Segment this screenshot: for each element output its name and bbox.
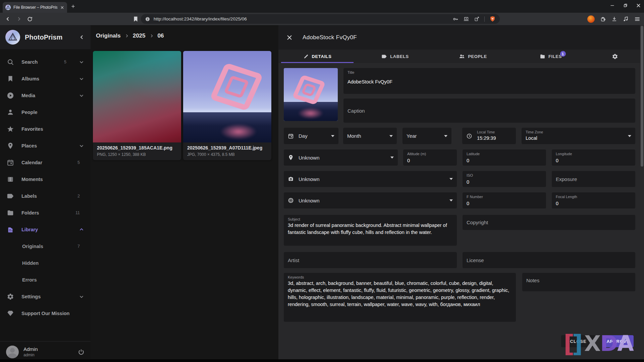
latitude-field[interactable]: Latitude 0 (463, 149, 546, 166)
site-info-icon[interactable] (145, 16, 150, 22)
sidebar-item-hidden[interactable]: Hidden (0, 255, 91, 272)
exposure-field[interactable]: Exposure (552, 171, 635, 187)
title-field[interactable]: Title AdobeStock FvQy0F (343, 68, 635, 94)
file-card[interactable]: 20250626_152939_A07D111E.jpeg JPG, 7000 … (183, 51, 271, 160)
keywords-field[interactable]: Keywords 3d, abstract, arch, background,… (284, 273, 516, 322)
clock-icon (466, 133, 472, 139)
sidebar-item-label: Hidden (22, 260, 85, 266)
sidebar-item-calendar[interactable]: Calendar 5 (0, 154, 91, 171)
caret-down-icon (449, 178, 453, 180)
caret-down-icon (444, 135, 447, 137)
profile-avatar-icon[interactable] (587, 15, 595, 23)
sidebar-item-places[interactable]: Places (0, 137, 91, 154)
subject-field[interactable]: Subject 3d render of surreal panoramic b… (284, 215, 457, 246)
breadcrumb-2025[interactable]: 2025 (133, 33, 146, 39)
menu-hamburger-icon[interactable] (634, 16, 641, 22)
breadcrumb-06[interactable]: 06 (158, 33, 164, 39)
sidebar-item-folders[interactable]: Folders 11 (0, 204, 91, 221)
close-window-icon[interactable] (636, 3, 641, 8)
field-label: Latitude (467, 152, 542, 156)
copyright-field[interactable]: Copyright (463, 215, 635, 230)
dialog-close-icon[interactable] (286, 34, 293, 41)
forward-icon[interactable] (16, 16, 22, 22)
month-select[interactable]: Month (343, 128, 397, 144)
chevron-down-icon (78, 59, 85, 65)
tab-close-icon[interactable] (60, 5, 64, 10)
sidebar-item-search[interactable]: Search 5 (0, 54, 91, 70)
sidebar-item-labels[interactable]: Labels 2 (0, 188, 91, 204)
sidebar-collapse-icon[interactable] (78, 34, 85, 41)
brave-shield-icon[interactable] (489, 16, 496, 22)
sidebar-item-label: Places (21, 143, 59, 148)
new-tab-icon[interactable] (70, 4, 76, 9)
focal-length-field[interactable]: Focal Length 0 (552, 192, 635, 208)
file-thumbnail-cube[interactable] (183, 51, 271, 142)
tab-files[interactable]: FILES 1 (512, 50, 590, 63)
sidebar-item-errors[interactable]: Errors (0, 272, 91, 288)
sidebar-item-albums[interactable]: Albums (0, 70, 91, 87)
install-app-icon[interactable] (463, 16, 469, 22)
url-text[interactable]: http://localhost:2342/library/index/file… (154, 16, 449, 21)
downloads-icon[interactable] (611, 16, 618, 22)
scrollbar[interactable] (640, 25, 644, 359)
field-value: 0 (467, 179, 542, 186)
file-card[interactable]: 20250626_152939_185ACA1E.png PNG, 1250 ×… (93, 51, 181, 160)
password-key-icon[interactable] (452, 16, 459, 22)
altitude-field[interactable]: Altitude (m) 0 (403, 149, 457, 166)
reload-icon[interactable] (27, 16, 33, 22)
location-select[interactable]: Unknown (284, 149, 398, 166)
user-row[interactable]: Admin admin (0, 344, 91, 359)
scrollbar-thumb[interactable] (641, 26, 643, 167)
notes-field[interactable]: Notes (522, 273, 635, 291)
back-icon[interactable] (5, 16, 11, 22)
close-button[interactable]: CLOSE (561, 335, 595, 347)
extensions-puzzle-icon[interactable] (600, 16, 606, 22)
sidebar-item-favorites[interactable]: Favorites (0, 121, 91, 137)
license-field[interactable]: License (463, 252, 635, 268)
item-count: 11 (75, 210, 80, 215)
approve-button[interactable]: APPROVE (603, 335, 634, 347)
tab-details[interactable]: DETAILS (278, 50, 356, 63)
logout-power-icon[interactable] (78, 349, 85, 355)
tab-settings-gear[interactable] (590, 50, 640, 63)
restore-icon[interactable] (623, 3, 628, 8)
local-time-field[interactable]: Local Time 15:29:39 (462, 128, 516, 144)
longitude-field[interactable]: Longitude 0 (552, 149, 635, 166)
diamond-icon (7, 310, 14, 317)
url-bar[interactable]: http://localhost:2342/library/index/file… (141, 14, 500, 24)
sidebar-item-library[interactable]: Library (0, 221, 91, 238)
file-thumbnail-gradient[interactable] (93, 51, 181, 142)
sidebar-item-settings[interactable]: Settings (0, 288, 91, 305)
caret-down-icon (390, 157, 394, 159)
photo-thumbnail[interactable] (284, 68, 338, 121)
caption-field[interactable]: Caption (343, 99, 635, 123)
share-icon[interactable] (474, 16, 480, 22)
camera-select[interactable]: Unknown (284, 171, 457, 187)
browser-tab[interactable]: File Browser – PhotoPrism (3, 2, 67, 13)
sidebar-item-media[interactable]: Media (0, 87, 91, 104)
sidebar-item-support[interactable]: Support Our Mission (0, 305, 91, 322)
browser-window: File Browser – PhotoPrism http://localho… (0, 0, 644, 362)
breadcrumb-originals[interactable]: Originals (96, 33, 121, 39)
minimize-icon[interactable] (609, 3, 615, 8)
photoprism-logo (5, 30, 20, 45)
main-content: Originals 2025 06 20250626_152939_185ACA… (91, 25, 278, 359)
lens-select[interactable]: Unknown (284, 192, 457, 208)
day-select[interactable]: Day (284, 128, 338, 144)
year-select[interactable]: Year (402, 128, 451, 144)
time-zone-select[interactable]: Time Zone Local (522, 128, 635, 144)
sidebar-item-originals[interactable]: Originals 7 (0, 238, 91, 255)
sidebar-item-people[interactable]: People (0, 104, 91, 121)
iso-field[interactable]: ISO 0 (463, 171, 546, 187)
tab-labels[interactable]: LABELS (356, 50, 434, 63)
f-number-field[interactable]: F Number 0 (463, 192, 546, 208)
artist-field[interactable]: Artist (284, 252, 457, 268)
media-music-icon[interactable] (623, 16, 629, 22)
chevron-up-icon (78, 227, 85, 233)
tab-people[interactable]: PEOPLE (434, 50, 512, 63)
caret-down-icon (449, 199, 453, 201)
bookmarks-icon[interactable] (133, 16, 139, 22)
sidebar-item-label: Search (21, 59, 57, 65)
photoprism-favicon (5, 5, 11, 10)
sidebar-item-moments[interactable]: Moments (0, 171, 91, 188)
